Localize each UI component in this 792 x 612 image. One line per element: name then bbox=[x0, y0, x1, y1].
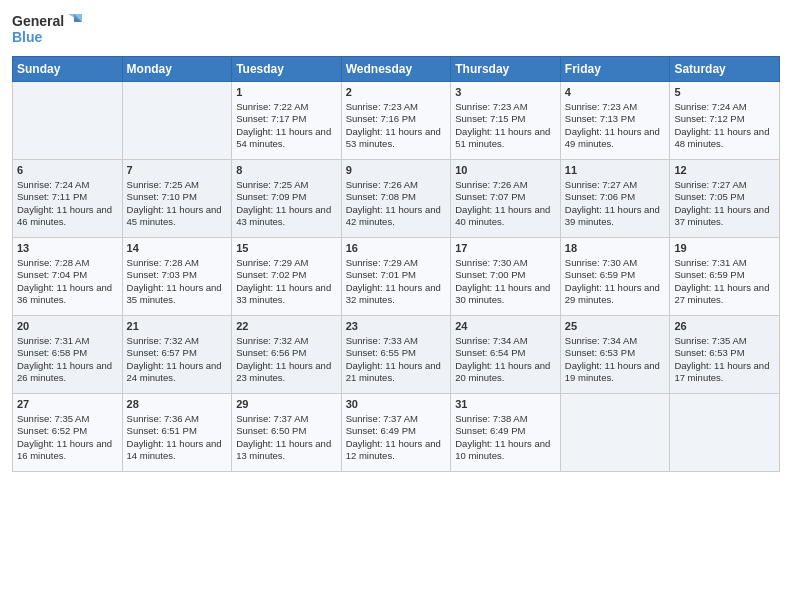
day-cell: 22Sunrise: 7:32 AM Sunset: 6:56 PM Dayli… bbox=[232, 316, 342, 394]
day-number: 10 bbox=[455, 163, 556, 178]
day-info: Sunrise: 7:34 AM Sunset: 6:54 PM Dayligh… bbox=[455, 335, 556, 385]
day-number: 4 bbox=[565, 85, 666, 100]
day-number: 31 bbox=[455, 397, 556, 412]
header: General Blue bbox=[12, 10, 780, 50]
day-info: Sunrise: 7:25 AM Sunset: 7:09 PM Dayligh… bbox=[236, 179, 337, 229]
day-info: Sunrise: 7:36 AM Sunset: 6:51 PM Dayligh… bbox=[127, 413, 228, 463]
day-cell: 25Sunrise: 7:34 AM Sunset: 6:53 PM Dayli… bbox=[560, 316, 670, 394]
day-cell: 26Sunrise: 7:35 AM Sunset: 6:53 PM Dayli… bbox=[670, 316, 780, 394]
day-number: 9 bbox=[346, 163, 447, 178]
day-info: Sunrise: 7:32 AM Sunset: 6:57 PM Dayligh… bbox=[127, 335, 228, 385]
svg-text:General: General bbox=[12, 13, 64, 29]
day-info: Sunrise: 7:24 AM Sunset: 7:12 PM Dayligh… bbox=[674, 101, 775, 151]
day-cell: 30Sunrise: 7:37 AM Sunset: 6:49 PM Dayli… bbox=[341, 394, 451, 472]
day-cell: 28Sunrise: 7:36 AM Sunset: 6:51 PM Dayli… bbox=[122, 394, 232, 472]
day-info: Sunrise: 7:33 AM Sunset: 6:55 PM Dayligh… bbox=[346, 335, 447, 385]
day-number: 19 bbox=[674, 241, 775, 256]
day-cell: 17Sunrise: 7:30 AM Sunset: 7:00 PM Dayli… bbox=[451, 238, 561, 316]
day-cell: 1Sunrise: 7:22 AM Sunset: 7:17 PM Daylig… bbox=[232, 82, 342, 160]
day-info: Sunrise: 7:26 AM Sunset: 7:07 PM Dayligh… bbox=[455, 179, 556, 229]
day-info: Sunrise: 7:31 AM Sunset: 6:59 PM Dayligh… bbox=[674, 257, 775, 307]
week-row-1: 1Sunrise: 7:22 AM Sunset: 7:17 PM Daylig… bbox=[13, 82, 780, 160]
day-info: Sunrise: 7:23 AM Sunset: 7:16 PM Dayligh… bbox=[346, 101, 447, 151]
col-header-monday: Monday bbox=[122, 57, 232, 82]
day-cell: 8Sunrise: 7:25 AM Sunset: 7:09 PM Daylig… bbox=[232, 160, 342, 238]
day-info: Sunrise: 7:22 AM Sunset: 7:17 PM Dayligh… bbox=[236, 101, 337, 151]
day-number: 30 bbox=[346, 397, 447, 412]
day-number: 27 bbox=[17, 397, 118, 412]
logo: General Blue bbox=[12, 10, 82, 50]
day-cell: 18Sunrise: 7:30 AM Sunset: 6:59 PM Dayli… bbox=[560, 238, 670, 316]
day-cell: 9Sunrise: 7:26 AM Sunset: 7:08 PM Daylig… bbox=[341, 160, 451, 238]
day-cell: 27Sunrise: 7:35 AM Sunset: 6:52 PM Dayli… bbox=[13, 394, 123, 472]
day-number: 7 bbox=[127, 163, 228, 178]
day-cell: 21Sunrise: 7:32 AM Sunset: 6:57 PM Dayli… bbox=[122, 316, 232, 394]
day-info: Sunrise: 7:34 AM Sunset: 6:53 PM Dayligh… bbox=[565, 335, 666, 385]
day-cell: 4Sunrise: 7:23 AM Sunset: 7:13 PM Daylig… bbox=[560, 82, 670, 160]
day-cell bbox=[560, 394, 670, 472]
day-info: Sunrise: 7:26 AM Sunset: 7:08 PM Dayligh… bbox=[346, 179, 447, 229]
day-number: 20 bbox=[17, 319, 118, 334]
day-info: Sunrise: 7:35 AM Sunset: 6:53 PM Dayligh… bbox=[674, 335, 775, 385]
calendar-table: SundayMondayTuesdayWednesdayThursdayFrid… bbox=[12, 56, 780, 472]
day-number: 6 bbox=[17, 163, 118, 178]
day-info: Sunrise: 7:29 AM Sunset: 7:02 PM Dayligh… bbox=[236, 257, 337, 307]
day-info: Sunrise: 7:28 AM Sunset: 7:04 PM Dayligh… bbox=[17, 257, 118, 307]
day-info: Sunrise: 7:38 AM Sunset: 6:49 PM Dayligh… bbox=[455, 413, 556, 463]
day-info: Sunrise: 7:35 AM Sunset: 6:52 PM Dayligh… bbox=[17, 413, 118, 463]
day-cell: 3Sunrise: 7:23 AM Sunset: 7:15 PM Daylig… bbox=[451, 82, 561, 160]
day-cell: 23Sunrise: 7:33 AM Sunset: 6:55 PM Dayli… bbox=[341, 316, 451, 394]
page-container: General Blue SundayMondayTuesdayWednesda… bbox=[0, 0, 792, 482]
day-number: 29 bbox=[236, 397, 337, 412]
day-cell: 16Sunrise: 7:29 AM Sunset: 7:01 PM Dayli… bbox=[341, 238, 451, 316]
day-cell: 13Sunrise: 7:28 AM Sunset: 7:04 PM Dayli… bbox=[13, 238, 123, 316]
day-info: Sunrise: 7:27 AM Sunset: 7:06 PM Dayligh… bbox=[565, 179, 666, 229]
day-info: Sunrise: 7:37 AM Sunset: 6:49 PM Dayligh… bbox=[346, 413, 447, 463]
day-number: 15 bbox=[236, 241, 337, 256]
day-number: 26 bbox=[674, 319, 775, 334]
day-cell: 11Sunrise: 7:27 AM Sunset: 7:06 PM Dayli… bbox=[560, 160, 670, 238]
day-cell: 14Sunrise: 7:28 AM Sunset: 7:03 PM Dayli… bbox=[122, 238, 232, 316]
day-info: Sunrise: 7:32 AM Sunset: 6:56 PM Dayligh… bbox=[236, 335, 337, 385]
day-cell: 12Sunrise: 7:27 AM Sunset: 7:05 PM Dayli… bbox=[670, 160, 780, 238]
day-cell: 31Sunrise: 7:38 AM Sunset: 6:49 PM Dayli… bbox=[451, 394, 561, 472]
week-row-4: 20Sunrise: 7:31 AM Sunset: 6:58 PM Dayli… bbox=[13, 316, 780, 394]
day-number: 3 bbox=[455, 85, 556, 100]
header-row: SundayMondayTuesdayWednesdayThursdayFrid… bbox=[13, 57, 780, 82]
day-number: 1 bbox=[236, 85, 337, 100]
col-header-wednesday: Wednesday bbox=[341, 57, 451, 82]
day-number: 23 bbox=[346, 319, 447, 334]
day-info: Sunrise: 7:27 AM Sunset: 7:05 PM Dayligh… bbox=[674, 179, 775, 229]
day-info: Sunrise: 7:23 AM Sunset: 7:15 PM Dayligh… bbox=[455, 101, 556, 151]
day-number: 17 bbox=[455, 241, 556, 256]
day-cell: 5Sunrise: 7:24 AM Sunset: 7:12 PM Daylig… bbox=[670, 82, 780, 160]
week-row-3: 13Sunrise: 7:28 AM Sunset: 7:04 PM Dayli… bbox=[13, 238, 780, 316]
day-info: Sunrise: 7:29 AM Sunset: 7:01 PM Dayligh… bbox=[346, 257, 447, 307]
day-cell: 6Sunrise: 7:24 AM Sunset: 7:11 PM Daylig… bbox=[13, 160, 123, 238]
day-cell: 7Sunrise: 7:25 AM Sunset: 7:10 PM Daylig… bbox=[122, 160, 232, 238]
col-header-friday: Friday bbox=[560, 57, 670, 82]
col-header-saturday: Saturday bbox=[670, 57, 780, 82]
day-cell: 15Sunrise: 7:29 AM Sunset: 7:02 PM Dayli… bbox=[232, 238, 342, 316]
day-number: 11 bbox=[565, 163, 666, 178]
svg-text:Blue: Blue bbox=[12, 29, 43, 45]
day-number: 8 bbox=[236, 163, 337, 178]
col-header-tuesday: Tuesday bbox=[232, 57, 342, 82]
col-header-sunday: Sunday bbox=[13, 57, 123, 82]
day-cell bbox=[670, 394, 780, 472]
day-info: Sunrise: 7:24 AM Sunset: 7:11 PM Dayligh… bbox=[17, 179, 118, 229]
day-number: 21 bbox=[127, 319, 228, 334]
day-cell bbox=[13, 82, 123, 160]
logo-svg: General Blue bbox=[12, 10, 82, 50]
day-info: Sunrise: 7:25 AM Sunset: 7:10 PM Dayligh… bbox=[127, 179, 228, 229]
day-number: 14 bbox=[127, 241, 228, 256]
week-row-5: 27Sunrise: 7:35 AM Sunset: 6:52 PM Dayli… bbox=[13, 394, 780, 472]
day-info: Sunrise: 7:30 AM Sunset: 7:00 PM Dayligh… bbox=[455, 257, 556, 307]
day-cell: 24Sunrise: 7:34 AM Sunset: 6:54 PM Dayli… bbox=[451, 316, 561, 394]
day-cell: 29Sunrise: 7:37 AM Sunset: 6:50 PM Dayli… bbox=[232, 394, 342, 472]
col-header-thursday: Thursday bbox=[451, 57, 561, 82]
day-number: 13 bbox=[17, 241, 118, 256]
day-info: Sunrise: 7:31 AM Sunset: 6:58 PM Dayligh… bbox=[17, 335, 118, 385]
day-number: 28 bbox=[127, 397, 228, 412]
day-number: 12 bbox=[674, 163, 775, 178]
